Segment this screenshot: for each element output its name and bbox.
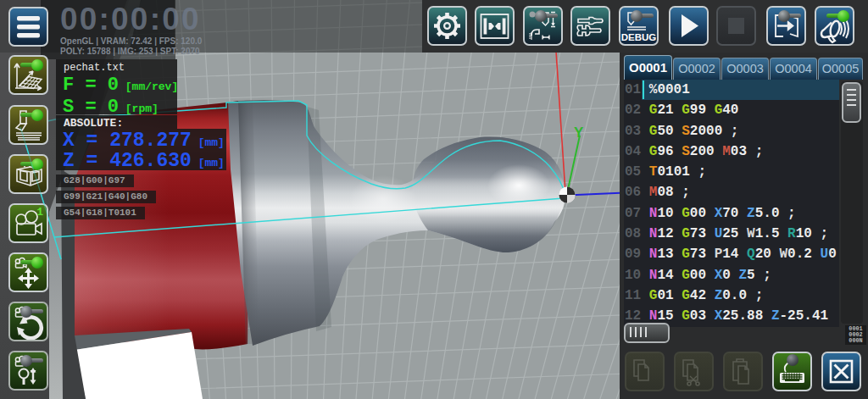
svg-text:Y: Y (574, 125, 584, 141)
